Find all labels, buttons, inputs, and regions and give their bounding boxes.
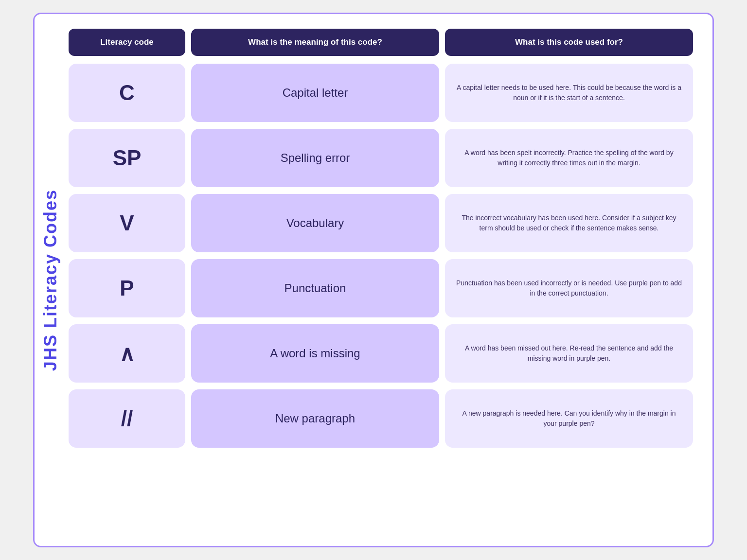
usage-cell-0: A capital letter needs to be used here. … (445, 64, 693, 122)
table-row: PPunctuationPunctuation has been used in… (69, 259, 693, 317)
table-container: Literacy code What is the meaning of thi… (69, 29, 693, 531)
table-row: //New paragraphA new paragraph is needed… (69, 389, 693, 448)
usage-cell-1: A word has been spelt incorrectly. Pract… (445, 129, 693, 187)
header-meaning: What is the meaning of this code? (191, 29, 439, 56)
table-body: CCapital letterA capital letter needs to… (69, 64, 693, 448)
code-cell-0: C (69, 64, 185, 122)
table-row: ∧A word is missingA word has been missed… (69, 324, 693, 383)
code-cell-3: P (69, 259, 185, 317)
table-header: Literacy code What is the meaning of thi… (69, 29, 693, 56)
meaning-cell-3: Punctuation (191, 259, 439, 317)
page-container: JHS Literacy Codes Literacy code What is… (33, 13, 714, 547)
code-cell-5: // (69, 389, 185, 448)
table-row: VVocabularyThe incorrect vocabulary has … (69, 194, 693, 252)
meaning-cell-0: Capital letter (191, 64, 439, 122)
meaning-cell-1: Spelling error (191, 129, 439, 187)
code-cell-4: ∧ (69, 324, 185, 383)
meaning-cell-2: Vocabulary (191, 194, 439, 252)
code-cell-2: V (69, 194, 185, 252)
usage-cell-3: Punctuation has been used incorrectly or… (445, 259, 693, 317)
meaning-cell-4: A word is missing (191, 324, 439, 383)
usage-cell-5: A new paragraph is needed here. Can you … (445, 389, 693, 448)
header-literacy-code: Literacy code (69, 29, 185, 56)
meaning-cell-5: New paragraph (191, 389, 439, 448)
usage-cell-4: A word has been missed out here. Re-read… (445, 324, 693, 383)
header-usage: What is this code used for? (445, 29, 693, 56)
vertical-title-container: JHS Literacy Codes (35, 14, 66, 546)
usage-cell-2: The incorrect vocabulary has been used h… (445, 194, 693, 252)
code-cell-1: SP (69, 129, 185, 187)
vertical-title-text: JHS Literacy Codes (40, 189, 61, 371)
table-row: SPSpelling errorA word has been spelt in… (69, 129, 693, 187)
table-row: CCapital letterA capital letter needs to… (69, 64, 693, 122)
